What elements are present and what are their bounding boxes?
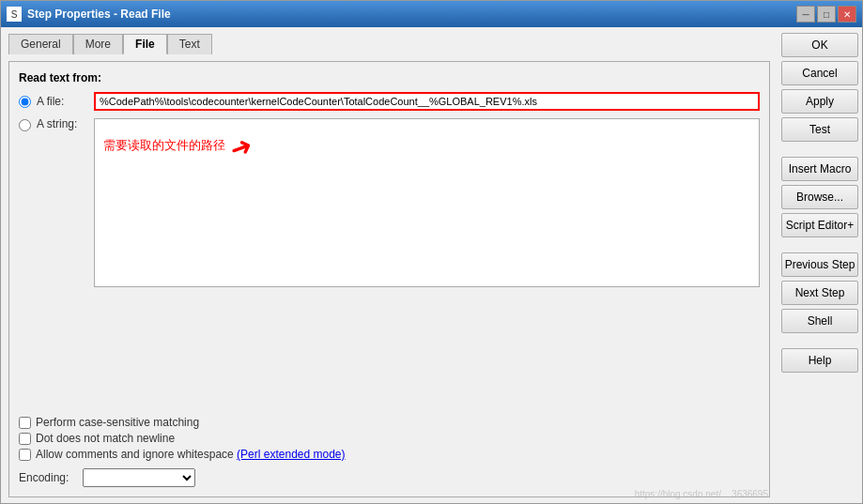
- main-panel: General More File Text Read text from: A…: [1, 27, 778, 503]
- previous-step-button[interactable]: Previous Step: [781, 252, 858, 277]
- file-path-input[interactable]: [94, 92, 760, 111]
- tab-more[interactable]: More: [73, 34, 123, 54]
- apply-button[interactable]: Apply: [781, 89, 858, 114]
- help-button[interactable]: Help: [781, 348, 858, 373]
- title-bar: S Step Properties - Read File ─ □ ✕: [1, 1, 862, 27]
- string-textarea[interactable]: [94, 118, 760, 287]
- encoding-row: Encoding:: [19, 468, 760, 487]
- content-area: General More File Text Read text from: A…: [1, 27, 862, 503]
- checkbox-allow-comments[interactable]: [19, 449, 31, 461]
- string-section: 需要读取的文件的路径 ➜: [94, 118, 760, 290]
- title-buttons: ─ □ ✕: [796, 6, 856, 23]
- file-input-wrapper: [94, 92, 760, 111]
- radio-string-label: A string:: [37, 117, 88, 130]
- test-button[interactable]: Test: [781, 117, 858, 142]
- checkbox-dot-newline[interactable]: [19, 433, 31, 445]
- checkbox-case-sensitive[interactable]: [19, 417, 31, 429]
- ok-button[interactable]: OK: [781, 33, 858, 57]
- main-window: S Step Properties - Read File ─ □ ✕ Gene…: [0, 0, 863, 504]
- checkbox-row-case: Perform case-sensitive matching: [19, 416, 760, 429]
- separator-2: [781, 241, 856, 249]
- radio-row-string: A string: 需要读取的文件的路径 ➜: [19, 116, 760, 403]
- radio-file-label: A file:: [37, 95, 88, 108]
- checkbox-dot-label: Dot does not match newline: [36, 432, 175, 445]
- read-text-label: Read text from:: [19, 71, 760, 84]
- encoding-label: Encoding:: [19, 471, 75, 484]
- insert-macro-button[interactable]: Insert Macro: [781, 157, 858, 181]
- side-buttons-panel: OK Cancel Apply Test Insert Macro Browse…: [778, 27, 862, 503]
- cancel-button[interactable]: Cancel: [781, 61, 858, 85]
- watermark: https://blog.csdn.net/... 3636695: [635, 489, 768, 499]
- separator-1: [781, 145, 856, 153]
- checkboxes-area: Perform case-sensitive matching Dot does…: [19, 416, 760, 461]
- next-step-button[interactable]: Next Step: [781, 281, 858, 305]
- checkbox-row-dot: Dot does not match newline: [19, 432, 760, 445]
- checkbox-row-comments: Allow comments and ignore whitespace (Pe…: [19, 448, 760, 461]
- form-area: Read text from: A file: A string:: [8, 61, 770, 497]
- tab-general[interactable]: General: [8, 34, 73, 54]
- tab-text[interactable]: Text: [167, 34, 212, 54]
- encoding-select[interactable]: [83, 468, 195, 487]
- checkbox-comments-label: Allow comments and ignore whitespace (Pe…: [36, 448, 346, 461]
- separator-3: [781, 337, 856, 344]
- radio-string[interactable]: [19, 119, 31, 131]
- window-title: Step Properties - Read File: [27, 8, 171, 21]
- shell-button[interactable]: Shell: [781, 309, 858, 333]
- tab-file[interactable]: File: [123, 34, 167, 54]
- perl-mode-link[interactable]: (Perl extended mode): [237, 448, 345, 461]
- script-editor-button[interactable]: Script Editor+: [781, 213, 858, 237]
- minimize-button[interactable]: ─: [796, 6, 815, 23]
- radio-file[interactable]: [19, 96, 31, 108]
- window-icon: S: [7, 7, 22, 22]
- radio-row-file: A file:: [19, 92, 760, 111]
- maximize-button[interactable]: □: [817, 6, 836, 23]
- checkbox-case-label: Perform case-sensitive matching: [36, 416, 199, 429]
- tab-bar: General More File Text: [8, 33, 770, 53]
- close-button[interactable]: ✕: [838, 6, 856, 23]
- title-bar-left: S Step Properties - Read File: [7, 7, 171, 22]
- browse-button[interactable]: Browse...: [781, 185, 858, 209]
